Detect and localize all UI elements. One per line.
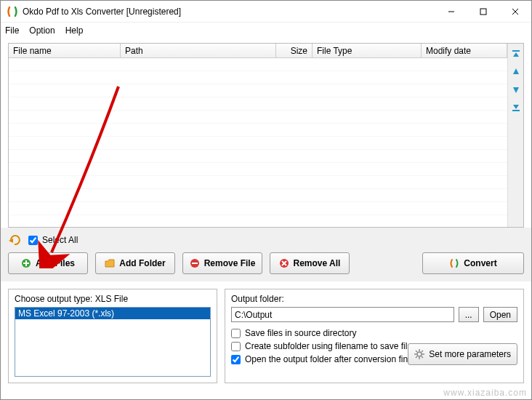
remove-file-label: Remove File xyxy=(204,258,256,268)
output-type-list[interactable]: MS Excel 97-2003 (*.xls) xyxy=(15,307,211,377)
convert-button[interactable]: Convert xyxy=(422,252,524,274)
minimize-button[interactable] xyxy=(435,1,467,23)
move-bottom-icon[interactable] xyxy=(511,102,521,112)
close-button[interactable] xyxy=(499,1,531,23)
output-folder-panel: Output folder: ... Open Save files in so… xyxy=(225,289,524,383)
open-folder-button[interactable]: Open xyxy=(483,307,517,322)
toolbar-area: Select All Add Files Add Folder Remove F… xyxy=(1,228,531,281)
undo-icon[interactable] xyxy=(8,233,21,247)
app-logo-icon xyxy=(7,6,18,17)
minus-icon xyxy=(190,258,200,268)
save-in-source-checkbox[interactable] xyxy=(231,329,241,338)
svg-line-27 xyxy=(416,356,417,358)
move-top-icon[interactable] xyxy=(511,49,521,60)
svg-marker-8 xyxy=(513,105,519,109)
add-folder-label: Add Folder xyxy=(119,258,165,268)
column-modify[interactable]: Modify date xyxy=(422,44,507,57)
add-files-button[interactable]: Add Files xyxy=(8,252,88,274)
output-type-panel: Choose output type: XLS File MS Excel 97… xyxy=(8,289,217,383)
column-filetype[interactable]: File Type xyxy=(313,44,422,57)
browse-button[interactable]: ... xyxy=(459,307,479,322)
svg-marker-5 xyxy=(513,52,519,57)
svg-point-19 xyxy=(417,352,422,356)
delete-icon xyxy=(279,258,289,268)
select-all-row: Select All xyxy=(8,233,524,247)
menu-file[interactable]: File xyxy=(5,25,19,36)
output-folder-input[interactable] xyxy=(231,307,454,322)
output-type-selected[interactable]: MS Excel 97-2003 (*.xls) xyxy=(15,308,210,319)
remove-all-label: Remove All xyxy=(294,258,341,268)
create-subfolder-checkbox[interactable] xyxy=(231,342,241,351)
menu-option[interactable]: Option xyxy=(29,25,55,36)
svg-line-24 xyxy=(416,351,417,352)
watermark: www.xiazaiba.com xyxy=(443,388,527,398)
select-all-checkbox[interactable] xyxy=(28,236,38,245)
file-list-panel: File name Path Size File Type Modify dat… xyxy=(8,43,524,228)
convert-label: Convert xyxy=(464,258,496,268)
move-up-icon[interactable] xyxy=(511,67,521,77)
svg-line-26 xyxy=(422,351,423,352)
reorder-arrows xyxy=(507,44,523,227)
svg-line-25 xyxy=(422,356,423,358)
button-row: Add Files Add Folder Remove File Remove … xyxy=(8,252,524,274)
set-more-params-button[interactable]: Set more parameters xyxy=(408,343,517,365)
column-size[interactable]: Size xyxy=(276,44,313,57)
file-list-rows[interactable] xyxy=(9,58,507,227)
move-down-icon[interactable] xyxy=(511,84,521,95)
add-folder-button[interactable]: Add Folder xyxy=(95,252,175,274)
plus-icon xyxy=(21,258,31,268)
svg-marker-6 xyxy=(513,68,519,74)
more-params-label: Set more parameters xyxy=(429,349,511,359)
file-list-header: File name Path Size File Type Modify dat… xyxy=(9,44,507,58)
create-subfolder-label: Create subfolder using filename to save … xyxy=(245,341,416,351)
svg-marker-7 xyxy=(513,87,519,93)
bottom-panels: Choose output type: XLS File MS Excel 97… xyxy=(8,289,524,383)
remove-all-button[interactable]: Remove All xyxy=(270,252,350,274)
maximize-button[interactable] xyxy=(467,1,499,23)
svg-rect-1 xyxy=(480,9,486,15)
folder-icon xyxy=(105,258,115,268)
gear-icon xyxy=(414,349,424,359)
more-params-wrap: Set more parameters xyxy=(408,343,517,365)
convert-icon xyxy=(449,258,459,268)
column-path[interactable]: Path xyxy=(121,44,276,57)
title-bar: Okdo Pdf to Xls Converter [Unregistered] xyxy=(1,1,531,23)
column-filename[interactable]: File name xyxy=(9,44,121,57)
menu-help[interactable]: Help xyxy=(65,25,84,36)
open-after-label: Open the output folder after conversion … xyxy=(245,354,429,364)
output-type-caption: Choose output type: XLS File xyxy=(15,294,211,304)
remove-file-button[interactable]: Remove File xyxy=(182,252,262,274)
output-folder-caption: Output folder: xyxy=(231,294,517,304)
open-after-checkbox[interactable] xyxy=(231,355,241,364)
file-list[interactable]: File name Path Size File Type Modify dat… xyxy=(9,44,507,227)
menu-bar: File Option Help xyxy=(1,23,531,39)
save-in-source-label: Save files in source directory xyxy=(245,328,356,338)
select-all-label: Select All xyxy=(42,235,78,245)
window-title: Okdo Pdf to Xls Converter [Unregistered] xyxy=(23,7,435,17)
add-files-label: Add Files xyxy=(36,258,75,268)
